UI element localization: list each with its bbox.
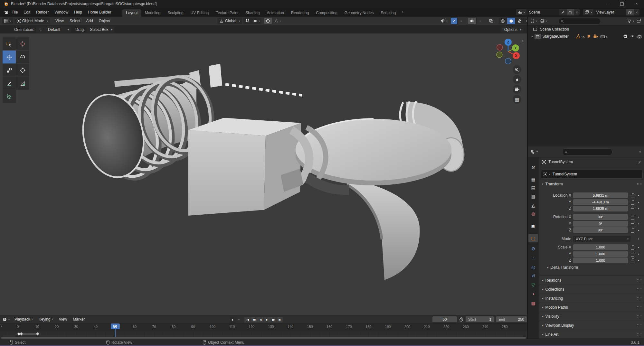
restore-button[interactable]: [614, 0, 629, 8]
properties-tab-data-icon[interactable]: ▽: [528, 281, 538, 289]
workspace-tab[interactable]: UV Editing: [187, 9, 213, 17]
viewport-menu-item[interactable]: View: [52, 16, 67, 25]
transport-button[interactable]: ◀: [257, 317, 264, 323]
minimize-button[interactable]: ─: [600, 0, 614, 8]
viewport-menu-item[interactable]: Object: [96, 16, 113, 25]
axis-negative-x[interactable]: [497, 44, 503, 50]
axis-negative-z[interactable]: [505, 58, 511, 64]
properties-tab-particles-icon[interactable]: ∴: [528, 254, 538, 262]
menu-item[interactable]: Edit: [21, 8, 33, 17]
shading-solid-button[interactable]: [507, 18, 516, 24]
panel-drag-handle[interactable]: [637, 297, 641, 300]
properties-tab-physics-icon[interactable]: ◎: [528, 263, 538, 271]
animate-dot[interactable]: •: [636, 207, 641, 210]
menu-item[interactable]: Help: [71, 8, 85, 17]
animate-dot[interactable]: •: [636, 258, 641, 262]
properties-search-input[interactable]: [568, 150, 610, 154]
panel-drag-handle[interactable]: [637, 183, 641, 185]
number-field[interactable]: 90°: [573, 227, 628, 233]
proportional-edit-toggle[interactable]: [264, 18, 272, 24]
unlock-icon[interactable]: [630, 215, 635, 219]
workspace-tab[interactable]: Sculpting: [164, 9, 187, 17]
animate-dot[interactable]: •: [636, 245, 641, 249]
mode-dropdown[interactable]: Object Mode ▾: [14, 18, 50, 24]
render-camera-icon[interactable]: [637, 34, 642, 39]
animate-dot[interactable]: •: [636, 200, 641, 204]
outliner-row-scene-collection[interactable]: Scene Collection: [528, 26, 644, 33]
properties-panel-header[interactable]: ▸ Visibility: [539, 312, 644, 321]
unlock-icon[interactable]: [630, 200, 635, 204]
gizmo-dropdown[interactable]: ▾: [458, 18, 463, 24]
properties-tab-modifiers-icon[interactable]: ⚙: [528, 245, 538, 253]
gizmo-toggle[interactable]: ↗: [451, 18, 458, 24]
unlock-icon[interactable]: [630, 193, 635, 198]
tool-select-box[interactable]: [3, 37, 16, 50]
sidebar-collapse-arrow[interactable]: ‹: [522, 38, 524, 43]
toggle-projection-button[interactable]: ▦: [513, 95, 521, 104]
properties-editor-type-button[interactable]: ▾: [530, 149, 538, 154]
breadcrumb-object-name[interactable]: TunnelSystem: [548, 160, 573, 164]
view-layer-new-copy-button[interactable]: [626, 9, 634, 15]
properties-tab-world-icon[interactable]: ◍: [528, 210, 538, 218]
close-button[interactable]: ×: [629, 0, 644, 8]
properties-tab-object-icon[interactable]: ▢: [528, 234, 538, 242]
properties-tab-constraints-icon[interactable]: ↺: [528, 272, 538, 280]
editor-type-button[interactable]: ▾: [2, 18, 13, 24]
outliner-display-mode-button[interactable]: ▾: [540, 19, 547, 23]
axis-negative-y[interactable]: [497, 52, 502, 58]
properties-tab-output-icon[interactable]: ▤: [528, 183, 538, 192]
unlock-icon[interactable]: [630, 221, 635, 226]
number-field[interactable]: 1.000: [573, 257, 628, 263]
workspace-tab[interactable]: Animation: [263, 9, 287, 17]
workspace-tab[interactable]: Shading: [242, 9, 263, 17]
navigation-gizmo[interactable]: Z Y X: [494, 37, 522, 66]
stopwatch-icon[interactable]: [459, 317, 464, 322]
number-field[interactable]: -4.4913 m: [573, 199, 628, 205]
number-field[interactable]: 90°: [573, 214, 628, 220]
workspace-tab[interactable]: Texture Paint: [212, 9, 242, 17]
viewport-menu-item[interactable]: Add: [83, 16, 96, 25]
tool-scale[interactable]: [3, 64, 16, 77]
orientation-default-dropdown[interactable]: Default ▾: [36, 26, 71, 33]
viewport-canvas[interactable]: Z Y X ▦ ‹: [0, 33, 527, 315]
xray-toggle[interactable]: [487, 18, 496, 24]
properties-tab-collection-icon[interactable]: ▣: [528, 222, 538, 230]
new-collection-button[interactable]: [637, 19, 641, 23]
panel-drag-handle[interactable]: [637, 333, 641, 336]
timeline-menu-item[interactable]: Keying▾: [36, 315, 56, 323]
orientation-dropdown[interactable]: Global ▾: [217, 18, 242, 24]
properties-panel-header[interactable]: ▸ Motion Paths: [539, 303, 644, 312]
workspace-tab[interactable]: Scripting: [377, 9, 400, 17]
workspace-tab[interactable]: Modeling: [141, 9, 164, 17]
scene-new-copy-button[interactable]: [567, 9, 574, 15]
properties-panel-header[interactable]: ▸ Relations: [539, 276, 644, 285]
panel-drag-handle[interactable]: [637, 306, 641, 309]
tool-rotate[interactable]: [16, 51, 29, 63]
panel-drag-handle[interactable]: [637, 288, 641, 291]
transport-button[interactable]: ▶: [264, 317, 270, 323]
rotation-mode-dropdown[interactable]: XYZ Euler ▾: [573, 236, 630, 242]
tool-annotate[interactable]: [3, 77, 16, 90]
workspace-tab[interactable]: Rendering: [288, 9, 312, 17]
animate-dot[interactable]: •: [636, 222, 641, 226]
playhead[interactable]: 50: [111, 323, 120, 329]
animate-dot[interactable]: •: [636, 252, 641, 256]
object-name-field[interactable]: ▾ TunnelSystem: [541, 170, 643, 179]
unlock-icon[interactable]: [630, 206, 635, 211]
tool-add-cube[interactable]: [3, 90, 16, 103]
transport-button[interactable]: ▶|: [277, 317, 283, 323]
snap-settings-dropdown[interactable]: ▾: [251, 18, 261, 24]
scene-pin-icon[interactable]: [559, 9, 567, 15]
transport-button[interactable]: |◀: [244, 317, 251, 323]
scene-name-field[interactable]: Scene: [526, 9, 559, 15]
transport-button[interactable]: ◆▶: [270, 317, 277, 323]
tool-move[interactable]: [3, 51, 16, 63]
zoom-button[interactable]: [513, 65, 521, 74]
properties-tab-scene-icon[interactable]: ◭: [528, 201, 538, 210]
shading-material-button[interactable]: [516, 18, 524, 24]
snap-toggle[interactable]: [243, 18, 251, 24]
delta-transform-panel[interactable]: ▸ Delta Transform: [547, 265, 578, 270]
overlays-toggle[interactable]: [468, 18, 477, 24]
panel-drag-handle[interactable]: [637, 324, 641, 327]
current-frame-field[interactable]: 50: [432, 316, 457, 322]
